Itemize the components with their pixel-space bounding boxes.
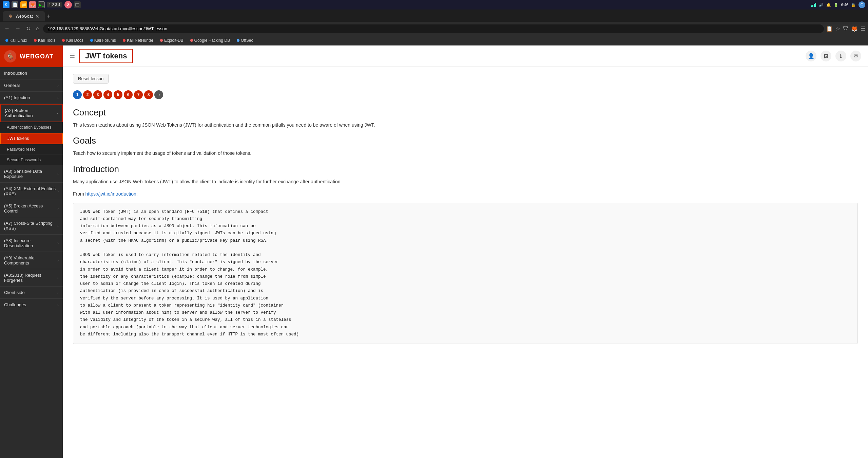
- kali-docs-favicon: [62, 39, 65, 42]
- sidebar-item-a3[interactable]: (A3) Sensitive Data Exposure ›: [0, 165, 63, 183]
- home-button[interactable]: ⌂: [34, 25, 41, 32]
- kali-linux-favicon: [5, 39, 8, 42]
- email-icon-button[interactable]: ✉: [850, 51, 861, 61]
- tab-label: WebGoat: [16, 14, 33, 19]
- jwt-code-block: JSON Web Token (JWT) is an open standard…: [73, 203, 858, 344]
- sidebar-item-a8-2013[interactable]: (A8:2013) Request Forgeries ›: [0, 269, 63, 287]
- sidebar-sub-item-secure-passwords[interactable]: Secure Passwords: [0, 155, 63, 165]
- goals-text: Teach how to securely implement the usag…: [73, 149, 858, 157]
- lesson-topbar-icons: 👤 🖼 ℹ ✉: [806, 51, 861, 61]
- chevron-right-icon: ›: [57, 276, 59, 280]
- user-avatar: G: [859, 1, 865, 8]
- window-icon[interactable]: [74, 1, 81, 8]
- tab-close-button[interactable]: ✕: [35, 14, 39, 19]
- tab-bar: 🐐 WebGoat ✕ +: [0, 10, 868, 22]
- hamburger-menu-icon[interactable]: ☰: [861, 25, 865, 32]
- bookmark-star-icon[interactable]: ☆: [835, 25, 840, 32]
- webgoat-app: 🐐 WEBGOAT Introduction General › (A1) In…: [0, 45, 868, 458]
- battery-icon: 🔋: [834, 3, 838, 7]
- terminal-icon[interactable]: ▶_: [38, 1, 45, 8]
- bookmark-kali-forums[interactable]: Kali Forums: [88, 37, 119, 43]
- sidebar-item-a8[interactable]: (A8) Insecure Deserialization ›: [0, 235, 63, 252]
- bookmark-exploit-db[interactable]: Exploit-DB: [157, 37, 186, 43]
- bookmark-google-hacking-db[interactable]: Google Hacking DB: [188, 37, 233, 43]
- chevron-right-icon: ›: [57, 291, 59, 295]
- page-dot-2[interactable]: 2: [83, 90, 92, 99]
- nav-bar: ← → ↻ ⌂ 📋 ☆ 🛡 🦊 ☰: [0, 22, 868, 35]
- exploit-db-favicon: [160, 39, 163, 42]
- url-bar[interactable]: [43, 24, 824, 33]
- sidebar-sub-item-auth-bypasses[interactable]: Authentication Bypasses: [0, 122, 63, 133]
- sidebar-item-a9[interactable]: (A9) Vulnerable Components ›: [0, 252, 63, 269]
- page-next-button[interactable]: →: [154, 90, 163, 99]
- sidebar-item-general[interactable]: General ›: [0, 79, 63, 92]
- sidebar-item-introduction[interactable]: Introduction: [0, 67, 63, 79]
- chevron-right-icon: ›: [57, 189, 59, 193]
- workspace-numbers[interactable]: 1 2 3 4: [47, 2, 62, 7]
- page-dot-6[interactable]: 6: [124, 90, 133, 99]
- sidebar-logo: 🐐: [4, 50, 16, 62]
- sidebar-item-a2-broken-auth[interactable]: (A2) Broken Authentication ›: [0, 104, 63, 122]
- concept-text: This lesson teaches about using JSON Web…: [73, 121, 858, 129]
- shield-icon: 🛡: [843, 25, 848, 32]
- volume-icon: 🔊: [819, 3, 824, 7]
- chevron-right-icon: ›: [57, 303, 59, 307]
- sidebar-item-a1-injection[interactable]: (A1) Injection ›: [0, 92, 63, 104]
- chevron-right-icon: ›: [57, 96, 59, 100]
- lesson-topbar: ☰ JWT tokens 👤 🖼 ℹ ✉: [63, 45, 868, 67]
- forward-button[interactable]: →: [14, 25, 22, 32]
- sidebar-item-a4[interactable]: (A4) XML External Entities (XXE) ›: [0, 183, 63, 200]
- from-label: From https://jwt.io/introduction:: [73, 190, 858, 198]
- back-button[interactable]: ←: [3, 25, 12, 32]
- sidebar-sub-item-jwt-tokens[interactable]: JWT tokens: [0, 133, 63, 144]
- active-tab[interactable]: 🐐 WebGoat ✕: [3, 11, 45, 21]
- user-icon-button[interactable]: 👤: [806, 51, 816, 61]
- folder-icon[interactable]: 📁: [20, 1, 27, 8]
- reload-button[interactable]: ↻: [24, 25, 32, 33]
- chevron-right-icon: ›: [57, 258, 59, 262]
- google-hacking-favicon: [190, 39, 193, 42]
- intro-text: Many application use JSON Web Tokens (JW…: [73, 178, 858, 185]
- sidebar-item-client-side[interactable]: Client side ›: [0, 287, 63, 299]
- burpsuite-icon[interactable]: 2: [64, 1, 72, 8]
- page-dot-8[interactable]: 8: [144, 90, 153, 99]
- bookmark-kali-docs[interactable]: Kali Docs: [59, 37, 86, 43]
- chevron-right-icon: ›: [57, 206, 59, 210]
- page-dot-1[interactable]: 1: [73, 90, 82, 99]
- page-dot-7[interactable]: 7: [134, 90, 143, 99]
- tab-favicon: 🐐: [8, 14, 13, 19]
- image-icon-button[interactable]: 🖼: [821, 51, 831, 61]
- bookmark-kali-tools[interactable]: Kali Tools: [31, 37, 58, 43]
- page-dot-5[interactable]: 5: [114, 90, 122, 99]
- bookmarks-bar: Kali Linux Kali Tools Kali Docs Kali For…: [0, 35, 868, 45]
- page-dot-3[interactable]: 3: [93, 90, 102, 99]
- bookmark-kali-linux[interactable]: Kali Linux: [3, 37, 30, 43]
- kali-forums-favicon: [90, 39, 93, 42]
- nav-right-icons: 📋 ☆ 🛡 🦊 ☰: [826, 25, 865, 32]
- jwt-link[interactable]: https://jwt.io/introduction: [85, 191, 136, 197]
- sidebar-item-a7[interactable]: (A7) Cross-Site Scripting (XSS) ›: [0, 217, 63, 235]
- notification-icon: 🔔: [826, 3, 831, 7]
- goals-title: Goals: [73, 135, 858, 146]
- files-icon[interactable]: 📄: [12, 1, 18, 8]
- reader-icon[interactable]: 📋: [826, 25, 833, 32]
- info-icon-button[interactable]: ℹ: [835, 51, 846, 61]
- clock: 6:46: [841, 3, 848, 7]
- firefox-menu-icon[interactable]: 🦊: [851, 25, 858, 32]
- firefox-icon[interactable]: 🦊: [29, 1, 36, 8]
- main-content: ☰ JWT tokens 👤 🖼 ℹ ✉ Reset lesson 1 2 3 …: [63, 45, 868, 458]
- hamburger-menu-button[interactable]: ☰: [70, 52, 75, 60]
- bookmark-kali-nethunter[interactable]: Kali NetHunter: [120, 37, 156, 43]
- nethunter-favicon: [123, 39, 126, 42]
- sidebar-header: 🐐 WEBGOAT: [0, 45, 63, 67]
- browser-chrome: 🐐 WebGoat ✕ + ← → ↻ ⌂ 📋 ☆ 🛡 🦊 ☰ Kali Lin…: [0, 10, 868, 45]
- sidebar-sub-item-password-reset[interactable]: Password reset: [0, 144, 63, 155]
- reset-lesson-button[interactable]: Reset lesson: [73, 74, 109, 84]
- lock-icon: 🔒: [851, 3, 856, 7]
- sidebar-item-a5[interactable]: (A5) Broken Access Control ›: [0, 200, 63, 217]
- bookmark-offsec[interactable]: OffSec: [234, 37, 256, 43]
- kali-icon[interactable]: K: [3, 1, 9, 8]
- sidebar-item-challenges[interactable]: Challenges ›: [0, 299, 63, 311]
- new-tab-button[interactable]: +: [47, 13, 51, 20]
- page-dot-4[interactable]: 4: [103, 90, 112, 99]
